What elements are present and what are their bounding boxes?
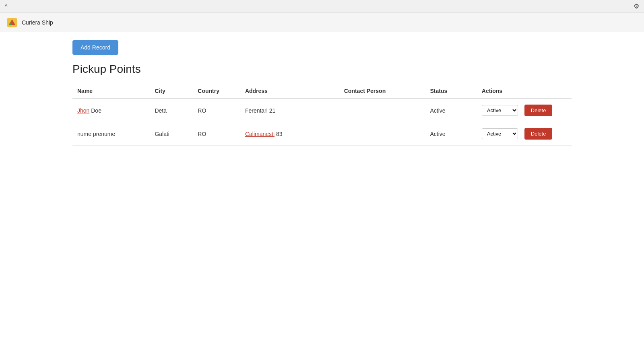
cell-country-2: RO [193, 122, 240, 146]
header-city: City [150, 84, 193, 99]
table-header-row: Name City Country Address Contact Person… [72, 84, 572, 99]
status-select-2[interactable]: Active Inactive [482, 128, 518, 139]
add-record-button[interactable]: Add Record [72, 40, 118, 55]
app-title: Curiera Ship [22, 19, 53, 26]
address-suffix-2: 83 [275, 131, 282, 137]
header-contact-person: Contact Person [339, 84, 425, 99]
cell-address-1: Ferentari 21 [240, 99, 339, 122]
settings-icon[interactable]: ⚙ [634, 2, 639, 10]
pickup-points-table: Name City Country Address Contact Person… [72, 84, 572, 146]
main-content: Add Record Pickup Points Name City Count… [0, 32, 644, 154]
chevron-up-icon[interactable]: ^ [5, 3, 8, 10]
cell-contact-2 [339, 122, 425, 146]
header-actions: Actions [477, 84, 572, 99]
page-title: Pickup Points [72, 63, 572, 76]
cell-city-2: Galati [150, 122, 193, 146]
title-bar: Curiera Ship [0, 13, 644, 32]
cell-actions-1: Active Inactive Delete [477, 99, 572, 122]
cell-country-1: RO [193, 99, 240, 122]
svg-point-2 [9, 23, 12, 25]
cell-status-2: Active [425, 122, 477, 146]
top-chrome-bar: ^ ⚙ [0, 0, 644, 13]
header-status: Status [425, 84, 477, 99]
table-row: nume prenume Galati RO Calimanesti 83 Ac… [72, 122, 572, 146]
delete-button-1[interactable]: Delete [524, 105, 553, 116]
header-address: Address [240, 84, 339, 99]
cell-name-2: nume prenume [72, 122, 150, 146]
header-country: Country [193, 84, 240, 99]
delete-button-2[interactable]: Delete [524, 128, 553, 140]
cell-status-1: Active [425, 99, 477, 122]
cell-contact-1 [339, 99, 425, 122]
address-link-2[interactable]: Calimanesti [245, 131, 275, 137]
cell-address-2: Calimanesti 83 [240, 122, 339, 146]
name-link-1[interactable]: Jhon [77, 107, 89, 114]
name-text-2: nume prenume [77, 131, 115, 137]
cell-city-1: Deta [150, 99, 193, 122]
header-name: Name [72, 84, 150, 99]
cell-actions-2: Active Inactive Delete [477, 122, 572, 146]
app-logo-icon [6, 17, 18, 28]
table-row: Jhon Doe Deta RO Ferentari 21 Active Act… [72, 99, 572, 122]
name-suffix-1: Doe [89, 107, 101, 114]
cell-name-1: Jhon Doe [72, 99, 150, 122]
pickup-points-table-container: Name City Country Address Contact Person… [72, 84, 572, 146]
status-select-1[interactable]: Active Inactive [482, 105, 518, 116]
